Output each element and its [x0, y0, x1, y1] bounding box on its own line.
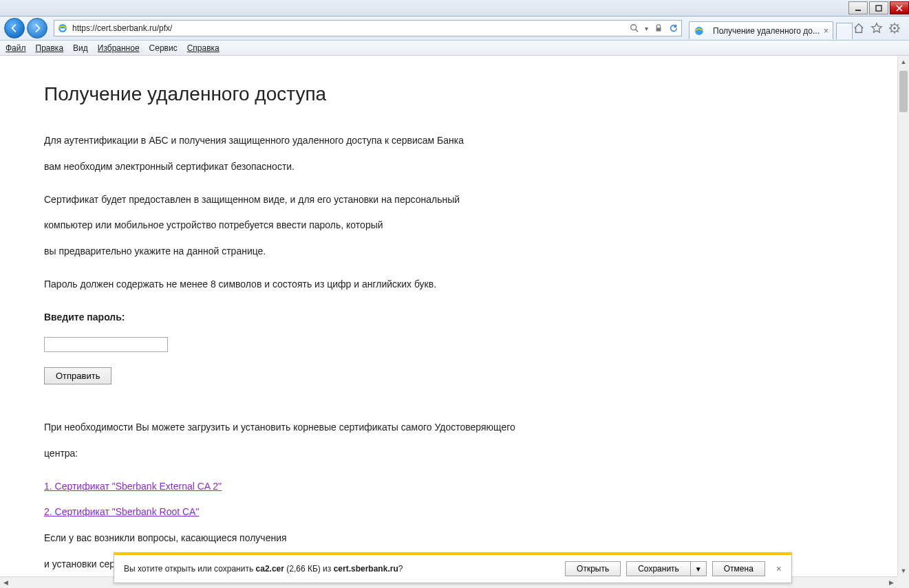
new-tab-button[interactable]: [836, 23, 853, 39]
favorites-icon[interactable]: [870, 22, 883, 34]
body-text: Пароль должен содержать не менее 8 симво…: [44, 277, 853, 292]
vertical-scrollbar[interactable]: ▲ ▼: [897, 56, 909, 576]
svg-point-4: [58, 24, 67, 32]
refresh-icon[interactable]: [669, 23, 678, 33]
menu-help[interactable]: Справка: [187, 43, 220, 53]
address-bar[interactable]: https://cert.sberbank.ru/pfx/ ▾: [54, 20, 682, 36]
body-text: При необходимости Вы можете загрузить и …: [44, 420, 853, 435]
body-text: вы предварительно укажите на данной стра…: [44, 244, 853, 259]
scroll-right-arrow[interactable]: ▶: [886, 577, 897, 588]
scroll-left-arrow[interactable]: ◀: [0, 577, 12, 588]
svg-line-17: [890, 31, 892, 32]
forward-button[interactable]: [27, 18, 47, 39]
search-icon[interactable]: [630, 23, 639, 33]
lock-icon: [654, 23, 663, 33]
download-cancel-button[interactable]: Отмена: [712, 561, 765, 576]
menu-file[interactable]: Файл: [6, 43, 26, 53]
minimize-button[interactable]: [848, 1, 868, 14]
tools-icon[interactable]: [888, 22, 901, 34]
tab-title: Получение удаленного до...: [713, 26, 820, 36]
ie-icon: [57, 23, 68, 34]
download-save-dropdown[interactable]: ▼: [691, 561, 707, 576]
menu-view[interactable]: Вид: [73, 43, 88, 53]
tab-close-button[interactable]: ×: [824, 26, 828, 36]
back-button[interactable]: [4, 18, 25, 39]
svg-line-6: [636, 30, 639, 32]
url-text[interactable]: https://cert.sberbank.ru/pfx/: [72, 23, 630, 33]
download-open-button[interactable]: Открыть: [565, 561, 621, 576]
scroll-thumb[interactable]: [899, 71, 908, 112]
menu-edit[interactable]: Правка: [36, 43, 64, 53]
body-text: Для аутентификации в АБС и получения защ…: [44, 133, 853, 149]
svg-point-10: [893, 27, 896, 30]
cert-link-1[interactable]: 1. Сертификат "Sberbank External CA 2": [44, 481, 222, 492]
svg-line-18: [897, 24, 899, 25]
download-close-button[interactable]: ×: [776, 563, 782, 574]
download-notification-bar: Вы хотите открыть или сохранить ca2.cer …: [114, 552, 792, 583]
page-title: Получение удаленного доступа: [44, 79, 853, 109]
active-tab[interactable]: Получение удаленного до... ×: [689, 21, 833, 39]
svg-point-5: [631, 25, 637, 30]
body-text: Если у вас возникли вопросы, касающиеся …: [44, 531, 853, 546]
ie-icon: [694, 25, 705, 36]
svg-line-16: [897, 31, 899, 32]
home-icon[interactable]: [853, 22, 865, 34]
body-text: вам необходим электронный сертификат без…: [44, 160, 853, 175]
body-text: компьютер или мобильное устройство потре…: [44, 218, 853, 233]
svg-rect-7: [656, 28, 661, 31]
menu-bar: Файл Правка Вид Избранное Сервис Справка: [0, 41, 909, 56]
scroll-down-arrow[interactable]: ▼: [898, 565, 909, 576]
body-text: центра:: [44, 446, 853, 461]
scroll-up-arrow[interactable]: ▲: [898, 56, 909, 67]
cert-link-2[interactable]: 2. Сертификат "Sberbank Root CA": [44, 506, 199, 517]
maximize-button[interactable]: [869, 1, 888, 14]
svg-point-8: [695, 27, 703, 35]
menu-tools[interactable]: Сервис: [149, 43, 178, 53]
submit-button[interactable]: Отправить: [44, 367, 111, 384]
window-title-bar: [0, 0, 909, 17]
password-input[interactable]: [44, 337, 168, 352]
svg-line-15: [890, 24, 892, 25]
dropdown-icon[interactable]: ▾: [645, 25, 648, 32]
body-text: Сертификат будет предоставлен в защищенн…: [44, 193, 853, 208]
svg-rect-0: [855, 10, 861, 11]
menu-favorites[interactable]: Избранное: [98, 43, 140, 53]
scroll-corner: [897, 576, 909, 588]
page-content: Получение удаленного доступа Для аутенти…: [0, 56, 897, 576]
download-message: Вы хотите открыть или сохранить ca2.cer …: [124, 564, 565, 574]
svg-rect-1: [876, 6, 881, 11]
close-window-button[interactable]: [890, 1, 909, 14]
password-label: Введите пароль:: [44, 310, 853, 325]
nav-bar: https://cert.sberbank.ru/pfx/ ▾ Получени…: [0, 17, 909, 41]
download-save-button[interactable]: Сохранить: [626, 561, 691, 576]
